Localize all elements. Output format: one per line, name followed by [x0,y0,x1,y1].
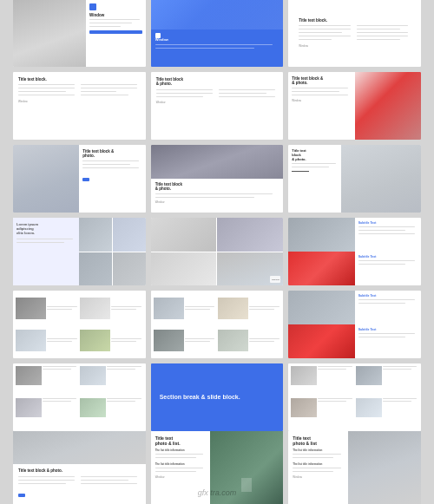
slide-image-building-2 [341,145,421,213]
slide-1-2: Window [151,0,284,67]
text-columns [18,476,141,486]
text-col-2 [81,84,140,97]
text-line [156,96,204,97]
text-line [299,32,342,33]
subtitle-label-2: Subtitle Text [358,255,418,259]
slide-5b-3 [288,363,421,431]
subtitle-label: Subtitle Text [358,294,418,298]
text-line [249,338,279,339]
slide-footer: Window [299,44,411,48]
slide-2-1: Title text block. Window [13,72,146,140]
thumb-image [291,366,317,385]
cta-button[interactable] [89,30,142,34]
slide-image-building-large [348,431,421,504]
thumb-item-3 [291,398,353,429]
slide-footer: Window [293,475,344,479]
slide-image-red [355,72,421,140]
text-line [185,341,210,342]
slide-image-top [288,291,354,324]
text-line [357,36,408,36]
thumb-image [218,298,248,319]
signature-line [292,171,309,172]
slide-image-cubes [151,0,284,29]
slide-title: Title textphoto & list [293,435,344,446]
text-col-1 [299,25,352,42]
text-line [318,401,346,402]
text-line [82,167,139,168]
thumb-image [80,366,106,385]
thumb-item-2 [80,366,142,396]
text-line [292,163,335,164]
text-line [155,48,254,49]
list-section: The list title information The list titl… [293,448,344,473]
thumb-item-3 [154,325,216,356]
thumb-image [80,298,110,319]
text-line [82,160,139,161]
cta-button[interactable] [82,178,89,181]
mini-image-2 [113,218,146,252]
thumb-text [47,306,78,311]
text-columns [299,25,411,42]
thumb-image [154,298,184,319]
list-header-1: The list title information [293,448,344,452]
thumb-image [80,330,110,351]
quad-image-3 [151,252,217,286]
text-columns [18,84,141,97]
slide-top-half: Subtitle Text [288,291,421,324]
cta-button-6-1[interactable] [18,494,25,497]
text-line [358,333,415,334]
thumb-image [16,398,42,417]
slide-5-1 [13,291,146,358]
text-line [299,29,350,29]
text-line [81,88,137,88]
text-lines [155,454,207,460]
slide-title: Title text block && photo. [292,76,351,86]
text-line [185,306,215,307]
text-lines-2 [293,468,344,474]
text-line [18,480,75,481]
text-line [111,309,136,310]
subtitle-label: Subtitle Text [358,221,418,225]
text-line [155,468,204,468]
thumb-image [356,366,382,385]
person-silhouette [241,478,252,492]
slide-3-3: Title textblock& photo. [288,145,421,213]
text-line [358,303,406,304]
slide-title: Title textblock& photo. [292,149,338,161]
slide-bottom-half: Subtitle Text [288,324,421,358]
slide-footer: Window [155,200,279,204]
thumb-item-1 [154,293,216,324]
text-lines [292,163,338,169]
mini-image-1 [79,218,112,252]
text-line [358,260,415,261]
text-lines [358,333,418,339]
slide-footer: Window [292,99,351,102]
slide-5-3: Subtitle Text Subtitle Text [288,291,421,358]
text-line [155,457,196,458]
text-line [249,341,274,342]
thumb-item-2 [80,293,142,324]
slide-title: Title text block &photo. [82,149,141,159]
slide-title: Window [89,13,142,17]
text-lines [358,226,418,236]
slide-content: Title text block& photo. Window [151,72,284,140]
thumb-image [16,330,46,351]
text-col-1 [18,84,77,97]
thumb-text [47,338,78,343]
slide-title: Title text block. [299,18,411,23]
text-line [358,264,406,265]
thumb-item-2 [356,366,418,396]
slide-content: Window [86,0,146,67]
text-line [155,454,204,455]
text-line [383,398,417,399]
thumb-text [107,366,142,396]
text-lines [89,19,142,29]
main-container: Window Window [0,0,434,504]
watermark: gfx tra.com [198,488,237,497]
slide-2-3: Title text block && photo. Window [288,72,421,140]
quad-image-4: Window [217,252,283,286]
text-line [219,93,266,94]
logo-icon [89,3,96,10]
slide-6-3: Title textphoto & list The list title in… [288,431,421,504]
text-line [81,95,128,95]
